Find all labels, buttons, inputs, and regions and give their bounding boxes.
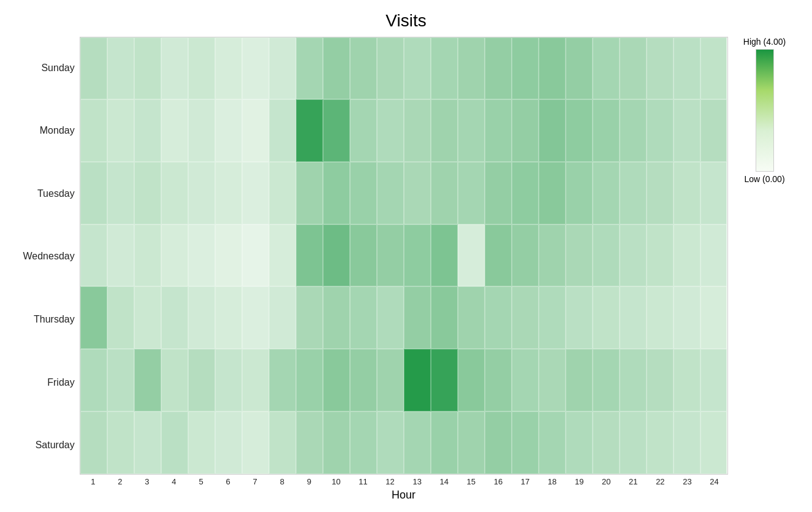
x-axis-label: 6 xyxy=(214,477,241,486)
heatmap-cell xyxy=(296,224,323,287)
x-axis-label: 16 xyxy=(485,477,512,486)
heatmap-cell xyxy=(404,411,431,474)
heatmap-cell xyxy=(458,224,485,287)
heatmap-cell xyxy=(647,411,674,474)
heatmap-cell xyxy=(674,162,700,224)
heatmap-cell xyxy=(593,162,620,224)
heatmap-cell xyxy=(377,349,404,411)
heatmap-cell xyxy=(188,224,215,287)
heatmap-cell xyxy=(161,286,188,349)
heatmap-cell xyxy=(296,411,323,474)
heatmap-cell xyxy=(566,99,593,162)
heatmap-cell xyxy=(647,224,674,287)
heatmap-cell xyxy=(242,37,269,100)
heatmap-cell xyxy=(404,224,431,287)
x-axis-label: 24 xyxy=(701,477,728,486)
x-axis-label: 10 xyxy=(322,477,349,486)
heatmap-cell xyxy=(350,224,377,287)
x-axis-label: 5 xyxy=(188,477,214,486)
heatmap-cell xyxy=(269,37,296,100)
heatmap-cell xyxy=(269,286,296,349)
heatmap-cell xyxy=(700,162,727,224)
heatmap-cell xyxy=(593,411,620,474)
x-axis-label: 3 xyxy=(134,477,161,486)
x-axis-label: 7 xyxy=(241,477,268,486)
heatmap-cell xyxy=(242,224,269,287)
legend-container: High (4.00) Low (0.00) xyxy=(728,37,789,502)
y-axis-label: Friday xyxy=(23,377,75,388)
x-axis-label: 22 xyxy=(647,477,674,486)
heatmap-cell xyxy=(512,411,539,474)
x-axis-label: 12 xyxy=(377,477,404,486)
heatmap-cell xyxy=(512,37,539,100)
heatmap-cell xyxy=(377,99,404,162)
x-axis-label: 23 xyxy=(674,477,700,486)
heatmap-cell xyxy=(80,349,107,411)
y-axis-label: Tuesday xyxy=(23,188,75,199)
heatmap-cell xyxy=(404,162,431,224)
heatmap-cell xyxy=(539,349,566,411)
heatmap-cell xyxy=(323,162,350,224)
heatmap-cell xyxy=(674,99,700,162)
heatmap-cell xyxy=(566,37,593,100)
heatmap-cell xyxy=(377,411,404,474)
heatmap-cell xyxy=(215,37,242,100)
heatmap-cell xyxy=(323,99,350,162)
legend-high-label: High (4.00) xyxy=(743,37,786,47)
x-axis-label: 18 xyxy=(539,477,566,486)
heatmap-cell xyxy=(215,286,242,349)
heatmap-cell xyxy=(512,286,539,349)
heatmap-cell xyxy=(647,99,674,162)
x-axis-labels: 123456789101112131415161718192021222324 xyxy=(80,475,728,486)
heatmap-cell xyxy=(134,37,161,100)
heatmap-cell xyxy=(431,99,458,162)
heatmap-cell xyxy=(620,286,647,349)
heatmap-cell xyxy=(593,286,620,349)
x-axis-label: 9 xyxy=(295,477,322,486)
heatmap-cell xyxy=(485,349,512,411)
heatmap-cell xyxy=(431,162,458,224)
chart-body: SundayMondayTuesdayWednesdayThursdayFrid… xyxy=(23,37,789,502)
heatmap-cell xyxy=(512,99,539,162)
heatmap-cell xyxy=(431,286,458,349)
heatmap-cell xyxy=(620,162,647,224)
heatmap-cell xyxy=(674,224,700,287)
heatmap-cell xyxy=(377,162,404,224)
heatmap-cell xyxy=(566,224,593,287)
heatmap-cell xyxy=(242,349,269,411)
heatmap-cell xyxy=(242,99,269,162)
heatmap-cell xyxy=(323,37,350,100)
heatmap-cell xyxy=(431,37,458,100)
heatmap-cell xyxy=(161,99,188,162)
heatmap-cell xyxy=(296,162,323,224)
heatmap-cell xyxy=(674,349,700,411)
legend-bar xyxy=(756,49,774,172)
heatmap-cell xyxy=(458,99,485,162)
heatmap-cell xyxy=(242,286,269,349)
heatmap-cell xyxy=(458,411,485,474)
y-axis-label: Wednesday xyxy=(23,251,75,262)
heatmap-cell xyxy=(512,224,539,287)
heatmap-cell xyxy=(107,411,134,474)
heatmap-cell xyxy=(134,162,161,224)
heatmap-cell xyxy=(700,224,727,287)
heatmap-cell xyxy=(296,99,323,162)
heatmap-cell xyxy=(674,37,700,100)
heatmap-cell xyxy=(485,99,512,162)
heatmap-cell xyxy=(188,349,215,411)
heatmap-cell xyxy=(80,286,107,349)
heatmap-cell xyxy=(188,99,215,162)
heatmap-cell xyxy=(539,162,566,224)
x-axis-label: 4 xyxy=(161,477,188,486)
x-axis-title: Hour xyxy=(80,489,728,502)
heatmap-cell xyxy=(323,286,350,349)
heatmap-cell xyxy=(107,162,134,224)
heatmap-cell xyxy=(566,286,593,349)
heatmap-cell xyxy=(80,37,107,100)
heatmap-cell xyxy=(674,411,700,474)
chart-container: Visits SundayMondayTuesdayWednesdayThurs… xyxy=(23,11,789,502)
x-axis-label: 8 xyxy=(268,477,295,486)
heatmap-cell xyxy=(485,286,512,349)
heatmap-cell xyxy=(485,411,512,474)
heatmap-cell xyxy=(593,349,620,411)
